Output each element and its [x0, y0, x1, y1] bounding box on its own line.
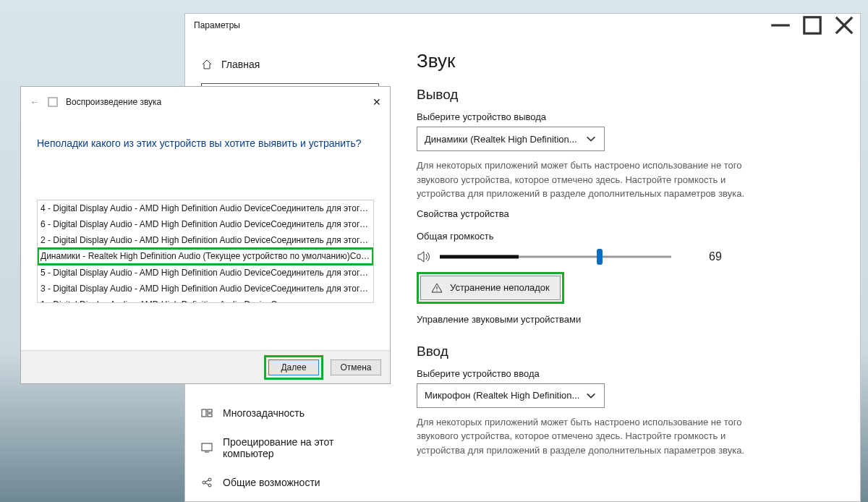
next-button-highlight: Далее [264, 355, 323, 380]
sidebar-item-project[interactable]: Проецирование на этот компьютер [185, 427, 395, 468]
svg-rect-18 [48, 98, 57, 106]
svg-rect-7 [202, 443, 212, 451]
speaker-icon[interactable] [417, 250, 431, 264]
svg-rect-1 [804, 17, 820, 33]
volume-value: 69 [709, 250, 722, 263]
cancel-button[interactable]: Отмена [331, 360, 381, 375]
maximize-button[interactable] [796, 14, 828, 37]
input-device-label: Выберите устройство ввода [417, 368, 846, 379]
svg-line-13 [205, 483, 208, 485]
output-heading: Вывод [417, 87, 846, 103]
svg-rect-4 [202, 409, 206, 417]
warning-icon [431, 282, 443, 294]
nav-label: Проецирование на этот компьютер [223, 436, 379, 459]
input-desc: Для некоторых приложений может быть наст… [417, 415, 749, 458]
home-icon [201, 59, 213, 70]
volume-label: Общая громкость [417, 231, 846, 242]
close-button[interactable] [828, 14, 860, 37]
svg-point-11 [208, 484, 211, 487]
manage-devices-link[interactable]: Управление звуковыми устройствами [417, 314, 846, 325]
multitask-icon [201, 407, 213, 419]
next-button[interactable]: Далее [268, 360, 319, 375]
device-row[interactable]: 4 - Digital Display Audio - AMD High Def… [38, 200, 373, 216]
output-device-dropdown[interactable]: Динамики (Realtek High Definition... [417, 127, 605, 151]
shared-icon [201, 477, 213, 488]
sidebar-item-home[interactable]: Главная [185, 51, 395, 77]
output-desc: Для некоторых приложений может быть наст… [417, 158, 749, 201]
volume-row: 69 [417, 249, 846, 265]
troubleshoot-button[interactable]: Устранение неполадок [420, 276, 561, 300]
audio-troubleshoot-icon [47, 96, 59, 108]
input-heading: Ввод [417, 344, 846, 360]
device-list[interactable]: 4 - Digital Display Audio - AMD High Def… [37, 200, 374, 303]
input-device-dropdown[interactable]: Микрофон (Realtek High Definition... [417, 383, 605, 408]
device-row[interactable]: 6 - Digital Display Audio - AMD High Def… [38, 216, 373, 232]
project-icon [201, 442, 213, 454]
input-device-value: Микрофон (Realtek High Definition... [425, 390, 579, 401]
device-row[interactable]: 5 - Digital Display Audio - AMD High Def… [38, 265, 373, 281]
chevron-down-icon [585, 133, 597, 145]
titlebar: Параметры [185, 14, 860, 37]
output-device-value: Динамики (Realtek High Definition... [425, 134, 577, 145]
wizard-close-button[interactable]: ✕ [373, 96, 381, 108]
troubleshoot-label: Устранение неполадок [450, 282, 550, 293]
svg-line-12 [205, 480, 208, 482]
window-title: Параметры [194, 20, 240, 30]
sidebar-item-shared[interactable]: Общие возможности [185, 468, 395, 497]
home-label: Главная [221, 59, 260, 70]
wizard-header: ← Воспроизведение звука ✕ [21, 87, 390, 117]
svg-rect-6 [208, 414, 212, 417]
svg-point-17 [436, 290, 437, 291]
troubleshooter-wizard: ← Воспроизведение звука ✕ Неполадки како… [20, 86, 391, 384]
wizard-title: Воспроизведение звука [66, 97, 161, 107]
troubleshoot-highlight: Устранение неполадок [417, 272, 564, 304]
sidebar-item-clipboard[interactable]: Буфер обмена [185, 497, 395, 502]
svg-rect-5 [208, 409, 212, 412]
slider-fill [440, 255, 519, 258]
wizard-footer: Далее Отмена [21, 350, 390, 383]
content-area: Звук Вывод Выберите устройство вывода Ди… [417, 50, 846, 501]
window-controls [765, 14, 860, 37]
device-row-selected[interactable]: Динамики - Realtek High Definition Audio… [37, 247, 374, 265]
wizard-question: Неполадки какого из этих устройств вы хо… [37, 137, 374, 149]
nav-label: Общие возможности [223, 477, 320, 488]
page-title: Звук [417, 50, 846, 72]
chevron-down-icon [585, 390, 597, 401]
slider-thumb[interactable] [597, 249, 603, 265]
output-device-label: Выберите устройство вывода [417, 111, 846, 122]
svg-point-9 [203, 481, 205, 484]
device-row[interactable]: 1 - Digital Display Audio - AMD High Def… [38, 297, 373, 303]
nav-label: Многозадачность [223, 407, 305, 419]
sidebar-item-multitask[interactable]: Многозадачность [185, 399, 395, 427]
svg-point-10 [208, 478, 211, 481]
wizard-body: Неполадки какого из этих устройств вы хо… [21, 117, 390, 310]
device-properties-link[interactable]: Свойства устройства [417, 208, 846, 219]
device-row[interactable]: 3 - Digital Display Audio - AMD High Def… [38, 281, 373, 297]
minimize-button[interactable] [765, 14, 796, 37]
volume-slider[interactable] [440, 249, 671, 265]
back-button[interactable]: ← [30, 96, 40, 108]
device-row[interactable]: 2 - Digital Display Audio - AMD High Def… [38, 232, 373, 248]
